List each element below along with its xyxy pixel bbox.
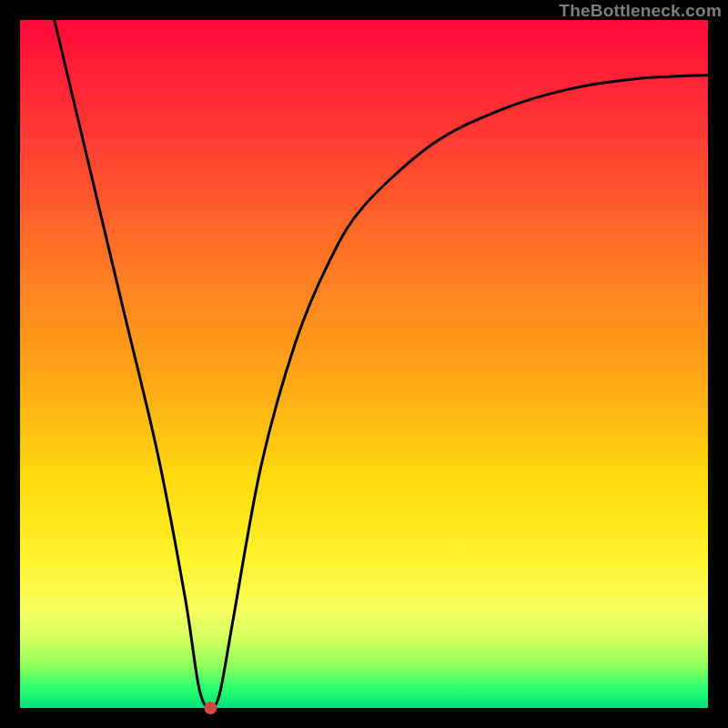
watermark-text: TheBottleneck.com (559, 1, 722, 21)
plot-area (20, 20, 708, 708)
plot-svg (20, 20, 708, 708)
curve-line (55, 20, 708, 708)
chart-stage: TheBottleneck.com (0, 0, 728, 728)
marker-dot (204, 702, 217, 714)
